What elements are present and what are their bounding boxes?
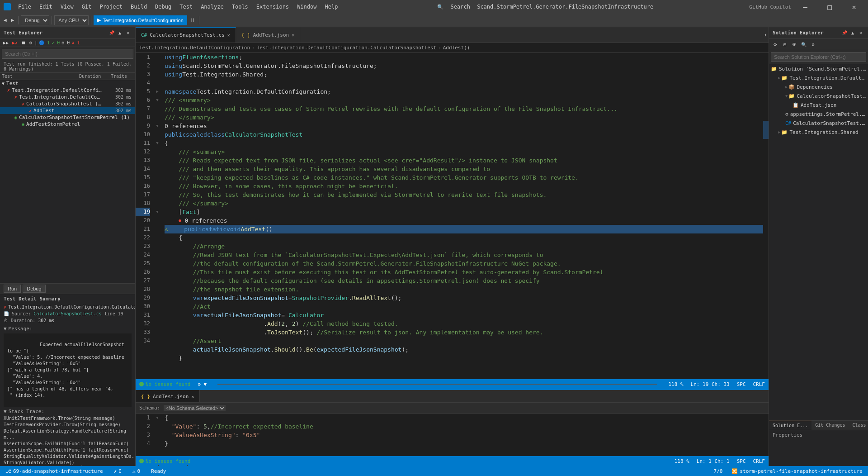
json-tab-close[interactable]: ✕ [191, 394, 194, 399]
se-collapse-btn[interactable]: ⊟ [780, 40, 789, 49]
bottom-tab-bar: { } AddTest.json ✕ [136, 390, 769, 403]
se-settings-btn[interactable]: ⚙ [809, 40, 818, 49]
solution-explorer-header: Solution Explorer 📌 ▲ ✕ [769, 27, 868, 39]
error-filter-btn[interactable]: ⚙ ▼ [198, 381, 207, 387]
list-item[interactable]: ✗ AddTest 302 ms [0, 107, 135, 114]
json-no-issues: No issues found [139, 458, 190, 464]
message-section-header[interactable]: ▼ Message: [4, 326, 132, 332]
expand-icon: ▼ [4, 326, 7, 332]
editor-expand-btn[interactable]: ⬆ [762, 31, 769, 39]
detail-source-link[interactable]: CalculatorSnapshotTest.cs [33, 311, 102, 316]
tree-root[interactable]: ▼ Test [0, 80, 135, 87]
solution-explorer-tree: 📁 Solution 'Scand.StormPetrel.Generator.… [769, 64, 868, 420]
se-item-cs-file[interactable]: C# CalculatorSnapshotTest.cs [769, 119, 868, 128]
line-num-10: 10 [136, 130, 150, 139]
toolbar-pause-btn[interactable]: ⏸ [188, 16, 197, 24]
se-item-appsettings[interactable]: ⚙ appsettings.StormPetrel.json [769, 109, 868, 119]
se-sync-btn[interactable]: ⟳ [771, 40, 780, 49]
git-branch-item[interactable]: ⎇ 69-add-snapshot-infrastructure [4, 468, 105, 474]
menu-edit[interactable]: Edit [36, 3, 56, 11]
toolbar-forward-btn[interactable]: ▶ [9, 16, 16, 24]
test-search-input[interactable] [2, 49, 133, 59]
json-line-2: "Value": 5, //Incorrect expected baselin… [165, 422, 769, 431]
fold-btn-9[interactable]: ▼ [154, 122, 161, 130]
fold-btn-19[interactable]: ▼ [154, 208, 161, 216]
json-file-icon: 📋 [793, 102, 799, 108]
se-expand-btn[interactable]: ▲ [849, 29, 856, 37]
se-item-shared[interactable]: ▶ 📁 Test.Integration.Shared [769, 128, 868, 137]
list-item[interactable]: ◉ AddTestStormPetrel [0, 121, 135, 128]
stack-trace-section-header[interactable]: ▼ Stack Trace: [4, 409, 132, 414]
error-count-item[interactable]: ✗ 0 [112, 468, 123, 474]
code-content[interactable]: using FluentAssertions; using Scand.Stor… [161, 53, 763, 379]
menu-debug[interactable]: Debug [151, 3, 175, 11]
se-pin-btn[interactable]: 📌 [841, 29, 848, 37]
fold-btn-6[interactable]: ▼ [154, 96, 161, 105]
tab-addtest-json[interactable]: { } AddTest.json ✕ [236, 27, 300, 43]
platform-select[interactable]: Any CPU [54, 15, 89, 25]
menu-project[interactable]: Project [96, 3, 126, 11]
schema-select[interactable]: <No Schema Selected> [164, 405, 226, 411]
run-failed-btn[interactable]: ▶✗ [11, 40, 19, 46]
menu-git[interactable]: Git [78, 3, 95, 11]
line-numbers: 1 2 3 4 5 6 7 8 9 10 11 12 13 14 [136, 53, 154, 379]
line-num-7: 7 [136, 105, 150, 113]
stop-btn[interactable]: ⏹ [20, 40, 27, 46]
toolbar-back-btn[interactable]: ◀ [2, 16, 9, 24]
list-item[interactable]: ✗ Test.Integration.DefaultConfiguration … [0, 87, 135, 94]
se-search-input[interactable] [771, 52, 866, 62]
breadcrumb-method[interactable]: AddTest() [443, 45, 470, 51]
menu-view[interactable]: View [57, 3, 77, 11]
se-filter-btn[interactable]: 🔍 [799, 40, 808, 49]
se-close-btn[interactable]: ✕ [857, 29, 864, 37]
se-tab-git[interactable]: Git Changes [811, 421, 849, 430]
list-item[interactable]: ✗ CalculatorSnapshotTest (1) 302 ms [0, 100, 135, 107]
menu-tools[interactable]: Tools [228, 3, 252, 11]
fold-btn-11[interactable]: ▼ [154, 139, 161, 148]
menu-analyze[interactable]: Analyze [197, 3, 227, 11]
run-all-tests-btn[interactable]: ▶▶ [2, 40, 10, 46]
se-item-dependencies[interactable]: ▶ 📦 Dependencies [769, 82, 868, 91]
breadcrumb-class[interactable]: Test.Integration.DefaultConfiguration.Ca… [257, 45, 436, 51]
close-panel-button[interactable]: ✕ [124, 29, 132, 37]
se-item-solution[interactable]: 📁 Solution 'Scand.StormPetrel.Generator.… [769, 64, 868, 73]
expand-button[interactable]: ▲ [116, 29, 123, 37]
settings-btn[interactable]: ⚙ [28, 40, 33, 46]
menu-file[interactable]: File [14, 3, 35, 11]
repo-item[interactable]: 🔀 storm-petrel-file-snapshot-infrastruct… [730, 468, 864, 474]
maximize-button[interactable]: □ [819, 0, 840, 14]
run-button[interactable]: Run [4, 285, 21, 293]
menu-test[interactable]: Test [176, 3, 196, 11]
se-tab-class[interactable]: Class View [849, 421, 868, 430]
tab-addtest-json-bottom[interactable]: { } AddTest.json ✕ [136, 390, 200, 403]
debug-button[interactable]: Debug [23, 285, 45, 293]
tab-calculator-snapshot[interactable]: C# CalculatorSnapshotTest.cs ✕ [136, 27, 236, 43]
menu-extensions[interactable]: Extensions [253, 3, 292, 11]
warning-count-item[interactable]: ⚠ 0 [131, 468, 142, 474]
fold-btn-5[interactable]: ▶ [154, 87, 161, 96]
close-button[interactable]: ✕ [844, 0, 864, 14]
debug-mode-select[interactable]: Debug [21, 15, 49, 25]
stack-item: StringEqualityValidator.ValidateAgainstL… [4, 453, 132, 460]
tab-close-button[interactable]: ✕ [227, 33, 230, 38]
menu-help[interactable]: Help [321, 3, 341, 11]
pin-button[interactable]: 📌 [108, 29, 115, 37]
se-item-expected[interactable]: ▼ 📁 CalculatorSnapshotTest.Expected [769, 91, 868, 100]
se-item-project[interactable]: ▶ 📁 Test.Integration.DefaultConfiguratio… [769, 73, 868, 82]
se-item-addtest-json[interactable]: 📋 AddTest.json [769, 100, 868, 109]
json-content[interactable]: { "Value": 5, //Incorrect expected basel… [161, 414, 769, 456]
se-show-all-btn[interactable]: 👁 [790, 40, 799, 49]
json-fold-btn[interactable]: ▼ [154, 414, 161, 422]
minimize-button[interactable]: — [795, 0, 816, 14]
run-project-button[interactable]: ▶ Test.Integration.DefaultConfiguration [94, 15, 187, 25]
dependencies-icon: 📦 [788, 84, 795, 90]
menu-build[interactable]: Build [127, 3, 151, 11]
menu-window[interactable]: Window [293, 3, 320, 11]
line-num-28: 28 [136, 285, 150, 294]
tab-json-close-button[interactable]: ✕ [292, 33, 294, 38]
se-tab-solution[interactable]: Solution E... [769, 421, 811, 430]
list-item[interactable]: ✗ Test.Integration.DefaultConfiguration … [0, 94, 135, 100]
list-item[interactable]: ◉ CalculatorSnapshotTestStormPetrel (1) [0, 114, 135, 121]
code-line-25: //because the default configuration (see… [165, 276, 763, 285]
breadcrumb-project[interactable]: Test.Integration.DefaultConfiguration [139, 45, 250, 51]
